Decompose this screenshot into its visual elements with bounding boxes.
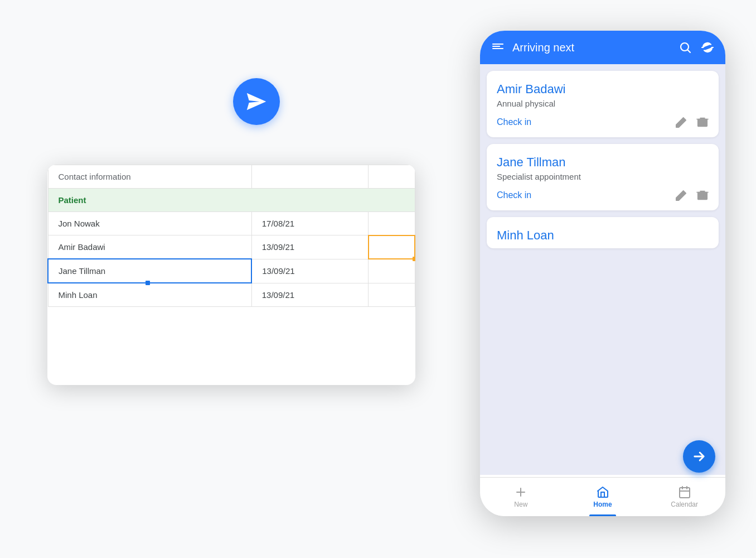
patient-name-amir: Amir Badawi	[497, 82, 709, 97]
svg-rect-8	[680, 488, 690, 498]
section-label: Patient	[48, 189, 415, 212]
svg-line-1	[688, 50, 691, 53]
patient-type-amir: Annual physical	[497, 99, 709, 108]
check-in-button-amir[interactable]: Check in	[497, 117, 531, 127]
patient-card-actions-amir: Check in	[497, 116, 709, 128]
yellow-selected-cell[interactable]	[369, 235, 415, 259]
patient-name-2: Amir Badawi	[48, 235, 251, 259]
patient-list: Amir Badawi Annual physical Check in	[480, 64, 725, 475]
nav-label-home: Home	[593, 501, 612, 508]
patient-col3-4	[369, 283, 415, 307]
table-row[interactable]: Minh Loan 13/09/21	[48, 283, 415, 307]
phone-mockup: Arriving next Amir Badawi Annual physica…	[480, 31, 725, 516]
home-icon	[596, 485, 609, 499]
table-row[interactable]: Jane Tillman 13/09/21	[48, 259, 415, 283]
nav-label-calendar: Calendar	[671, 501, 698, 508]
table-header-row: Contact information	[48, 165, 415, 189]
patient-name-minh: Minh Loan	[497, 228, 709, 243]
header-col2	[251, 165, 369, 189]
arrow-right-icon	[691, 449, 707, 464]
table-row[interactable]: Jon Nowak 17/08/21	[48, 212, 415, 235]
patient-date-3: 13/09/21	[251, 259, 369, 283]
table-row[interactable]: Amir Badawi 13/09/21	[48, 235, 415, 259]
patient-name-3: Jane Tillman	[48, 259, 251, 283]
patient-card-icons-amir	[675, 116, 709, 128]
delete-icon-amir[interactable]	[696, 116, 709, 128]
patient-date-2: 13/09/21	[251, 235, 369, 259]
patient-name-jane: Jane Tillman	[497, 155, 709, 170]
check-in-button-jane[interactable]: Check in	[497, 190, 531, 200]
search-icon[interactable]	[679, 41, 692, 54]
edit-icon-amir[interactable]	[675, 116, 687, 128]
spreadsheet-card: Contact information Patient Jon Nowak 17…	[47, 165, 415, 385]
patient-card-icons-jane	[675, 189, 709, 201]
patient-card-amir: Amir Badawi Annual physical Check in	[487, 71, 719, 137]
app-icon	[233, 78, 280, 125]
patient-date-4: 13/09/21	[251, 283, 369, 307]
patient-type-jane: Specialist appointment	[497, 172, 709, 181]
patient-name-4: Minh Loan	[48, 283, 251, 307]
nav-item-home[interactable]: Home	[562, 478, 644, 516]
svg-rect-2	[698, 119, 707, 127]
fab-button[interactable]	[683, 440, 715, 473]
patient-card-jane: Jane Tillman Specialist appointment Chec…	[487, 144, 719, 210]
nav-label-new: New	[514, 501, 527, 508]
scene: Contact information Patient Jon Nowak 17…	[0, 0, 756, 558]
patient-col3-1	[369, 212, 415, 235]
calendar-icon	[678, 485, 691, 499]
spreadsheet-table: Contact information Patient Jon Nowak 17…	[47, 165, 415, 307]
edit-icon-jane[interactable]	[675, 189, 687, 201]
app-header-title: Arriving next	[512, 41, 574, 54]
patient-card-minh: Minh Loan	[487, 217, 719, 248]
menu-icon[interactable]	[491, 41, 505, 54]
patient-date-1: 17/08/21	[251, 212, 369, 235]
section-row: Patient	[48, 189, 415, 212]
patient-card-actions-jane: Check in	[497, 189, 709, 201]
nav-item-calendar[interactable]: Calendar	[643, 478, 725, 516]
header-col1: Contact information	[48, 165, 251, 189]
svg-rect-5	[698, 193, 707, 200]
delete-icon-jane[interactable]	[696, 189, 709, 201]
app-header-icons	[679, 41, 714, 54]
app-header: Arriving next	[480, 31, 725, 64]
refresh-icon[interactable]	[701, 41, 714, 54]
app-header-left: Arriving next	[491, 41, 574, 54]
nav-item-new[interactable]: New	[480, 478, 562, 516]
header-col3	[369, 165, 415, 189]
plus-icon	[514, 485, 527, 499]
patient-name-1: Jon Nowak	[48, 212, 251, 235]
patient-col3-3	[369, 259, 415, 283]
bottom-nav: New Home Calendar	[480, 477, 725, 516]
